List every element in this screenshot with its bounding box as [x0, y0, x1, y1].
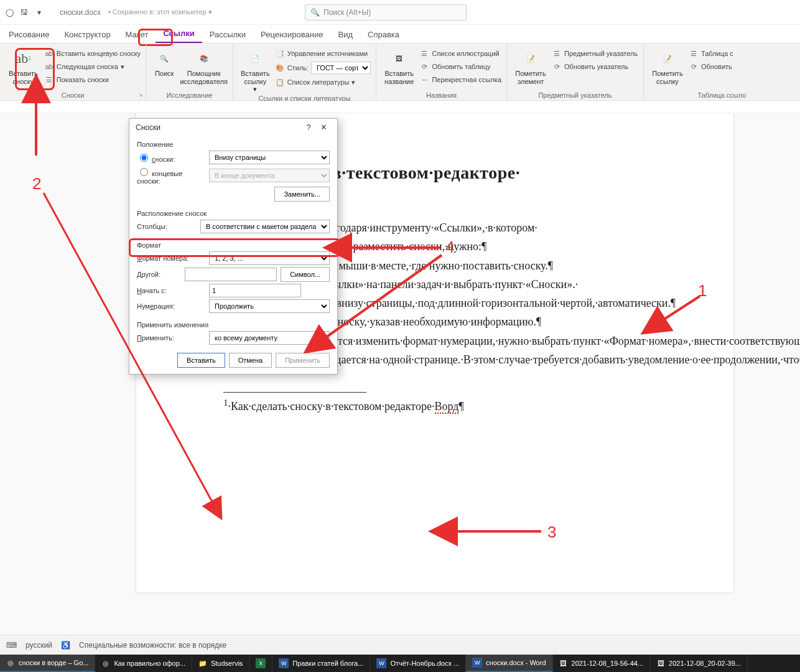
- tab-design[interactable]: Конструктор: [57, 26, 118, 43]
- show-notes-button[interactable]: ☰Показать сноски: [44, 73, 141, 86]
- tab-mailings[interactable]: Рассылки: [202, 26, 253, 43]
- search-button[interactable]: 🔍Поиск: [151, 46, 177, 78]
- toa-icon: ☰: [689, 49, 699, 58]
- list-figures-icon: ☰: [419, 49, 429, 58]
- update-table-button[interactable]: ⟳Обновить таблицу: [419, 60, 501, 73]
- cross-reference-button[interactable]: ↔Перекрестная ссылка: [419, 73, 501, 86]
- taskbar-item-7[interactable]: 🖼2021-12-08_19-56-44...: [553, 655, 651, 672]
- style-select[interactable]: ГОСТ — сортиро…: [311, 62, 371, 74]
- bibliography-button[interactable]: 📋Список литературы ▾: [275, 76, 371, 88]
- insert-caption-button[interactable]: 🖼Вставить название: [381, 46, 417, 85]
- convert-button[interactable]: Заменить...: [274, 187, 330, 202]
- taskbar-label-6: сноски.docx - Word: [486, 659, 546, 666]
- annotation-number-4: 4: [445, 238, 454, 257]
- mark-citation-button[interactable]: 📝Пометить ссылку: [649, 46, 686, 85]
- manage-sources-icon: 📑: [275, 49, 285, 58]
- language-label[interactable]: русский: [26, 641, 52, 650]
- annotation-arrow-3: [448, 525, 547, 538]
- taskbar-label-8: 2021-12-08_20-02-39...: [669, 660, 741, 667]
- word-icon: W: [279, 658, 289, 668]
- insert-index-button[interactable]: ☰Предметный указатель: [552, 47, 638, 60]
- insert-endnote-label: Вставить концевую сноску: [57, 50, 141, 57]
- insert-footnote-button[interactable]: ab1 Вставить сноску: [5, 46, 42, 85]
- magnifier-icon: 🔍: [154, 49, 174, 68]
- manage-sources-button[interactable]: 📑Управление источниками: [275, 47, 371, 60]
- taskbar-label-4: Правки статей блога...: [292, 660, 363, 667]
- autosave-toggle[interactable]: ◯: [4, 7, 15, 18]
- folder-icon: 📁: [198, 659, 207, 668]
- tab-help[interactable]: Справка: [360, 26, 407, 43]
- ribbon-group-index: 📝Пометить элемент ☰Предметный указатель …: [507, 44, 644, 100]
- title-bar: ◯ 🖫 ▾ сноски.docx • Сохранено в: этот ко…: [0, 0, 800, 25]
- dialog-help-button[interactable]: ?: [301, 123, 316, 132]
- taskbar-item-2[interactable]: 📁Studservis: [192, 655, 249, 672]
- svg-line-1: [44, 193, 213, 504]
- tab-view[interactable]: Вид: [330, 26, 360, 43]
- next-footnote-button[interactable]: abСледующая сноска ▾: [44, 60, 141, 73]
- ribbon: ab1 Вставить сноску abВставить концевую …: [0, 44, 800, 101]
- annotation-number-1: 1: [698, 281, 707, 301]
- taskbar-item-3[interactable]: X: [249, 655, 272, 672]
- insert-caption-label: Вставить название: [381, 70, 417, 85]
- style-label: Стиль:: [287, 64, 309, 72]
- ribbon-group-toa: 📝Пометить ссылку ☰Таблица с ⟳Обновить Та…: [644, 44, 800, 100]
- tab-layout[interactable]: Макет: [118, 26, 156, 43]
- taskbar-item-0[interactable]: ◎сноски в ворде – Go...: [0, 655, 95, 672]
- style-row: 🎨Стиль: ГОСТ — сортиро…: [275, 60, 371, 75]
- insert-citation-label: Вставить ссылку: [238, 70, 272, 85]
- save-location-text: Сохранено в: этот компьютер: [113, 8, 207, 16]
- insert-endnote-button[interactable]: abВставить концевую сноску: [44, 47, 141, 60]
- endnote-icon: ab: [44, 49, 54, 58]
- taskbar-label-7: 2021-12-08_19-56-44...: [572, 660, 644, 667]
- save-icon[interactable]: 🖫: [19, 7, 30, 18]
- ribbon-group-research: 🔍Поиск 📚Помощник исследователя Исследова…: [146, 44, 233, 100]
- researcher-button[interactable]: 📚Помощник исследователя: [180, 46, 228, 85]
- dialog-apply-button[interactable]: Применить: [276, 353, 330, 368]
- taskbar-item-1[interactable]: ◎Как правильно офор...: [95, 655, 192, 672]
- bibliography-label: Список литературы: [287, 78, 350, 86]
- svg-line-4: [661, 296, 700, 321]
- image-icon: 🖼: [656, 659, 665, 668]
- taskbar-item-5[interactable]: WОтчёт-Ноябрь.docx ...: [370, 655, 466, 672]
- taskbar-label-0: сноски в ворде – Go...: [19, 659, 88, 666]
- show-notes-icon: ☰: [44, 75, 54, 85]
- group-label-index: Предметный указатель: [512, 90, 638, 99]
- taskbar-label-2: Studservis: [211, 660, 243, 667]
- image-icon: 🖼: [559, 659, 568, 668]
- taskbar-label-5: Отчёт-Ноябрь.docx ...: [390, 660, 459, 667]
- mark-entry-button[interactable]: 📝Пометить элемент: [512, 46, 549, 85]
- update-toa-button[interactable]: ⟳Обновить: [689, 60, 733, 73]
- taskbar-item-8[interactable]: 🖼2021-12-08_20-02-39...: [650, 655, 748, 672]
- list-of-figures-button[interactable]: ☰Список иллюстраций: [419, 47, 501, 60]
- language-icon[interactable]: ⌨: [6, 641, 17, 650]
- ribbon-group-citations: 📄Вставить ссылку▾ 📑Управление источникам…: [233, 44, 376, 100]
- update-index-button[interactable]: ⟳Обновить указатель: [552, 60, 638, 73]
- next-footnote-icon: ab: [44, 62, 54, 72]
- show-notes-label: Показать сноски: [57, 76, 109, 83]
- insert-footnote-label: Вставить сноску: [5, 70, 42, 85]
- taskbar-item-4[interactable]: WПравки статей блога...: [272, 655, 370, 672]
- dialog-cancel-button[interactable]: Отмена: [229, 353, 272, 368]
- tab-drawing[interactable]: Рисование: [1, 26, 57, 43]
- accessibility-icon[interactable]: ♿: [61, 641, 70, 650]
- dialog-close-button[interactable]: ✕: [316, 123, 331, 132]
- taskbar-item-6[interactable]: Wсноски.docx - Word: [466, 655, 552, 672]
- tab-references[interactable]: Ссылки: [156, 25, 202, 43]
- researcher-label: Помощник исследователя: [180, 70, 228, 85]
- word-icon: W: [376, 658, 386, 668]
- insert-citation-button[interactable]: 📄Вставить ссылку▾: [238, 46, 272, 93]
- search-box[interactable]: 🔍 Поиск (Alt+Ы): [305, 4, 467, 21]
- tab-review[interactable]: Рецензирование: [253, 26, 330, 43]
- insert-toa-button[interactable]: ☰Таблица с: [689, 47, 733, 60]
- footnote-text-suffix: ¶: [458, 400, 463, 413]
- footnote-separator: [223, 392, 366, 393]
- next-footnote-label: Следующая сноска: [57, 63, 118, 70]
- accessibility-label[interactable]: Специальные возможности: все в порядке: [79, 641, 226, 650]
- footnote-text-prefix: ·Как·сделать·сноску·в·текстовом·редактор…: [228, 400, 435, 413]
- qat-more-icon[interactable]: ▾: [34, 7, 45, 18]
- style-icon: 🎨: [275, 63, 285, 73]
- mark-entry-icon: 📝: [521, 49, 541, 68]
- crossref-icon: ↔: [419, 75, 429, 85]
- ribbon-group-footnotes: ab1 Вставить сноску abВставить концевую …: [0, 44, 146, 100]
- cross-reference-label: Перекрестная ссылка: [432, 76, 501, 83]
